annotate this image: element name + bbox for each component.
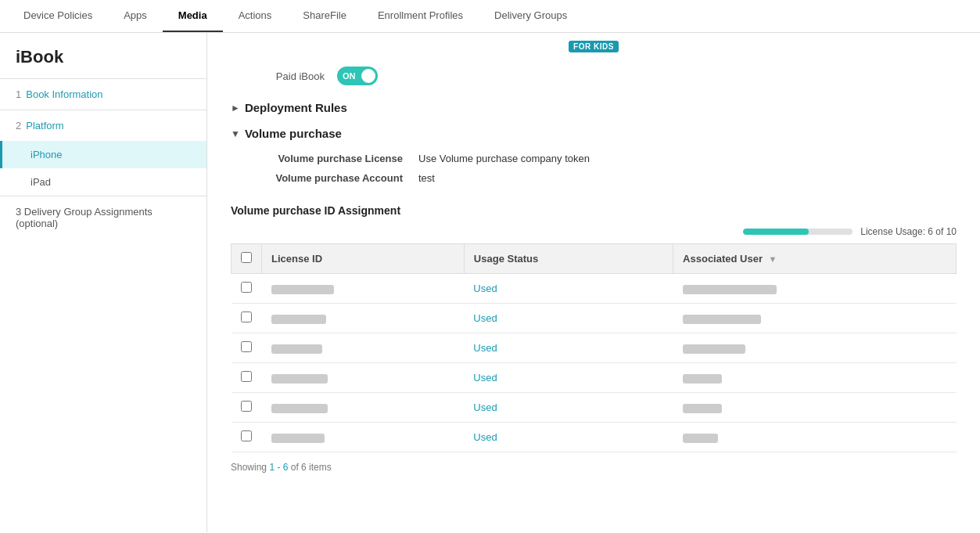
vp-license-label: Volume purchase License <box>246 153 418 164</box>
paid-ibook-row: Paid iBook ON <box>231 56 957 93</box>
row-license-id-5 <box>262 423 465 452</box>
row-license-id-0 <box>262 274 465 304</box>
status-used-4[interactable]: Used <box>473 402 497 413</box>
sidebar-num-2: 2 <box>16 120 21 131</box>
deployment-rules-arrow: ► <box>231 103 240 113</box>
sidebar-label-platform: Platform <box>26 120 63 131</box>
row-license-id-3 <box>262 363 465 393</box>
vp-license-value: Use Volume purchase company token <box>418 153 957 164</box>
sidebar-title: iBook <box>0 33 206 78</box>
toggle-label: ON <box>343 71 356 81</box>
th-license-id: License ID <box>262 244 465 274</box>
sidebar-sub-ipad[interactable]: iPad <box>0 168 206 196</box>
toggle-knob <box>361 69 375 83</box>
row-checkbox-5[interactable] <box>241 430 252 441</box>
sidebar-label-delivery-group: Delivery Group Assignments (optional) <box>16 206 153 229</box>
paid-ibook-toggle[interactable]: ON <box>337 67 378 85</box>
row-user-3 <box>673 363 957 393</box>
table-row: Used <box>232 363 957 393</box>
sort-icon: ▼ <box>769 254 777 264</box>
row-checkbox-3[interactable] <box>241 371 252 382</box>
th-usage-status: Usage Status <box>464 244 673 274</box>
row-status-1: Used <box>464 304 673 333</box>
license-usage-row: License Usage: 6 of 10 <box>231 223 957 240</box>
row-status-0: Used <box>464 274 673 304</box>
table-row: Used <box>232 333 957 363</box>
select-all-checkbox[interactable] <box>241 252 252 263</box>
nav-device-policies[interactable]: Device Policies <box>8 0 108 32</box>
deployment-rules-header[interactable]: ► Deployment Rules <box>231 93 957 119</box>
status-used-5[interactable]: Used <box>473 431 497 443</box>
row-user-4 <box>673 393 957 423</box>
table-row: Used <box>232 274 957 304</box>
kids-banner: FOR KIDS <box>569 41 619 52</box>
license-progress-fill <box>743 229 809 235</box>
sidebar-num-3: 3 <box>16 206 21 218</box>
row-user-5 <box>673 423 957 452</box>
nav-media[interactable]: Media <box>163 0 223 32</box>
sidebar-item-platform[interactable]: 2 Platform <box>0 110 206 141</box>
nav-actions[interactable]: Actions <box>223 0 288 32</box>
row-license-id-1 <box>262 304 465 333</box>
volume-purchase-label: Volume purchase <box>245 127 342 140</box>
nav-enrollment-profiles[interactable]: Enrollment Profiles <box>362 0 479 32</box>
sidebar-item-book-information[interactable]: 1 Book Information <box>0 79 206 110</box>
table-header-row: License ID Usage Status Associated User … <box>232 244 957 274</box>
sidebar-sub-iphone[interactable]: iPhone <box>0 141 206 168</box>
deployment-rules-label: Deployment Rules <box>245 101 347 114</box>
row-check-2[interactable] <box>232 333 262 363</box>
row-status-3: Used <box>464 363 673 393</box>
status-used-3[interactable]: Used <box>473 372 497 384</box>
row-check-0[interactable] <box>232 274 262 304</box>
th-associated-user[interactable]: Associated User ▼ <box>673 244 957 274</box>
row-license-id-4 <box>262 393 465 423</box>
row-status-2: Used <box>464 333 673 363</box>
row-check-4[interactable] <box>232 393 262 423</box>
showing-mid: of <box>288 462 301 473</box>
content-area: FOR KIDS Paid iBook ON ► Deployment Rule… <box>207 33 980 532</box>
row-status-5: Used <box>464 423 673 452</box>
showing-row: Showing 1 - 6 of 6 items <box>231 452 957 476</box>
th-check <box>232 244 262 274</box>
status-used-2[interactable]: Used <box>473 342 497 354</box>
main-layout: iBook 1 Book Information 2 Platform iPho… <box>0 33 980 532</box>
vp-account-label: Volume purchase Account <box>246 172 418 184</box>
sidebar-section-delivery: 3 Delivery Group Assignments (optional) <box>0 196 206 239</box>
row-check-5[interactable] <box>232 423 262 452</box>
row-user-0 <box>673 274 957 304</box>
top-nav: Device Policies Apps Media Actions Share… <box>0 0 980 33</box>
row-checkbox-4[interactable] <box>241 401 252 412</box>
table-row: Used <box>232 423 957 452</box>
row-checkbox-1[interactable] <box>241 312 252 322</box>
nav-apps[interactable]: Apps <box>108 0 163 32</box>
sidebar-section-platform: 2 Platform iPhone iPad <box>0 110 206 196</box>
status-used-1[interactable]: Used <box>473 312 497 324</box>
row-status-4: Used <box>464 393 673 423</box>
row-user-1 <box>673 304 957 333</box>
row-checkbox-2[interactable] <box>241 341 252 352</box>
sidebar: iBook 1 Book Information 2 Platform iPho… <box>0 33 207 532</box>
sidebar-item-delivery-group[interactable]: 3 Delivery Group Assignments (optional) <box>0 196 206 239</box>
license-table: License ID Usage Status Associated User … <box>231 243 957 452</box>
license-usage-text: License Usage: 6 of 10 <box>860 226 957 237</box>
sidebar-section-book-info: 1 Book Information <box>0 78 206 110</box>
showing-pre: Showing <box>231 462 269 473</box>
volume-purchase-header[interactable]: ▼ Volume purchase <box>231 119 957 145</box>
sidebar-label-book-information: Book Information <box>26 88 102 100</box>
kids-banner-row: FOR KIDS <box>231 33 957 56</box>
license-progress-bar <box>743 229 853 235</box>
nav-sharefile[interactable]: ShareFile <box>287 0 362 32</box>
vp-id-assignment-title: Volume purchase ID Assignment <box>231 192 957 223</box>
paid-ibook-label: Paid iBook <box>231 70 325 82</box>
showing-count: 6 <box>301 462 307 473</box>
row-checkbox-0[interactable] <box>241 282 252 293</box>
showing-range[interactable]: 1 - 6 <box>269 462 288 473</box>
row-license-id-2 <box>262 333 465 363</box>
row-check-1[interactable] <box>232 304 262 333</box>
row-user-2 <box>673 333 957 363</box>
row-check-3[interactable] <box>232 363 262 393</box>
status-used-0[interactable]: Used <box>473 283 497 294</box>
nav-delivery-groups[interactable]: Delivery Groups <box>479 0 583 32</box>
sidebar-num-1: 1 <box>16 88 21 100</box>
vp-account-value: test <box>418 172 957 184</box>
